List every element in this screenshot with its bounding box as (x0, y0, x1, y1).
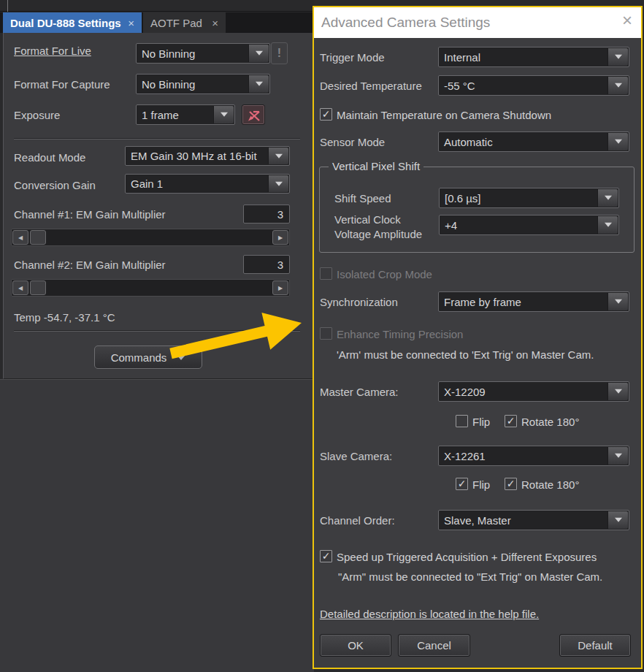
readout-mode-label: Readout Mode (14, 151, 85, 164)
slider-thumb[interactable] (30, 230, 46, 245)
background-area (0, 379, 314, 672)
dropdown-value: EM Gain 30 MHz at 16-bit (131, 147, 257, 165)
screen: Dual DU-888 Settings × AOTF Pad × Format… (0, 0, 644, 672)
commands-button-label: Commands (111, 351, 167, 364)
check-icon: ✓ (507, 478, 515, 489)
dropdown-value: No Binning (142, 44, 195, 63)
chevron-down-icon (615, 55, 622, 63)
help-file-link[interactable]: Detailed description is located in the h… (320, 608, 539, 620)
tab-bar: Dual DU-888 Settings × AOTF Pad × (0, 12, 314, 33)
dropdown-value: Automatic (444, 132, 493, 151)
channel2-em-gain-label: Channel #2: EM Gain Multiplier (14, 259, 166, 271)
channel2-em-gain-slider[interactable]: ◀ ▶ (11, 279, 290, 297)
chevron-down-icon (615, 299, 622, 308)
tab-label: AOTF Pad (150, 17, 207, 29)
channel1-em-gain-label: Channel #1: EM Gain Multiplier (14, 208, 166, 221)
vertical-clock-voltage-label: Vertical Clock Voltage Amplitude (334, 213, 437, 242)
maintain-temperature-checkbox[interactable]: ✓ (320, 108, 332, 121)
channel1-em-gain-value[interactable]: 3 (243, 205, 290, 224)
arm-connection-note-2: "Arm" must be connected to "Ext Trig" on… (338, 570, 602, 583)
close-icon[interactable]: × (128, 18, 134, 28)
dropdown-button[interactable] (597, 216, 618, 234)
dropdown-button[interactable] (607, 511, 628, 529)
slave-flip-checkbox[interactable]: ✓ (456, 478, 468, 490)
slider-right-arrow[interactable]: ▶ (272, 280, 288, 295)
format-for-live-dropdown[interactable]: No Binning (136, 43, 270, 64)
trigger-mode-dropdown[interactable]: Internal (438, 47, 629, 67)
dropdown-value: Slave, Master (444, 511, 511, 530)
dropdown-button[interactable] (268, 148, 288, 164)
check-icon: ✓ (322, 109, 331, 119)
slave-rotate-label: Rotate 180° (521, 478, 579, 491)
close-icon[interactable]: × (212, 18, 218, 28)
shift-speed-label: Shift Speed (334, 192, 391, 205)
default-button-label: Default (578, 639, 613, 652)
dropdown-button[interactable] (607, 77, 628, 94)
format-for-live-label: Format For Live (14, 45, 91, 57)
slider-left-arrow[interactable]: ◀ (12, 230, 28, 245)
close-icon[interactable]: × (622, 12, 632, 29)
red-crossed-arrow-icon (246, 107, 261, 122)
dropdown-button[interactable] (597, 189, 618, 207)
cancel-button[interactable]: Cancel (398, 634, 470, 657)
dialog-body: Trigger Mode Internal Desired Temperatur… (314, 38, 641, 668)
master-rotate-checkbox[interactable]: ✓ (505, 415, 517, 427)
dialog-title-bar[interactable]: Advanced Camera Settings × (314, 7, 641, 38)
check-icon: ✓ (322, 551, 331, 561)
slider-right-arrow[interactable]: ▶ (272, 230, 288, 245)
slave-flip-label: Flip (472, 478, 490, 491)
separator (14, 138, 300, 140)
annotation-arrow (164, 307, 307, 365)
dropdown-button[interactable] (213, 106, 234, 123)
maintain-temperature-label: Maintain Temperature on Camera Shutdown (337, 109, 551, 121)
speedup-triggered-checkbox[interactable]: ✓ (320, 550, 332, 562)
default-button[interactable]: Default (559, 634, 631, 657)
dropdown-button[interactable] (607, 293, 628, 310)
conversion-gain-dropdown[interactable]: Gain 1 (125, 174, 290, 194)
shift-speed-dropdown[interactable]: [0.6 µs] (439, 188, 619, 208)
channel1-em-gain-slider[interactable]: ◀ ▶ (11, 229, 290, 246)
dropdown-button[interactable] (607, 383, 628, 400)
dropdown-button[interactable] (607, 447, 628, 465)
tab-dual-du888-settings[interactable]: Dual DU-888 Settings × (3, 12, 142, 33)
readout-mode-dropdown[interactable]: EM Gain 30 MHz at 16-bit (125, 146, 290, 166)
tab-aotf-pad[interactable]: AOTF Pad × (143, 12, 226, 33)
dropdown-value: [0.6 µs] (445, 188, 481, 207)
warning-button[interactable]: ! (271, 42, 288, 64)
dropdown-button[interactable] (607, 133, 628, 150)
master-camera-label: Master Camera: (320, 386, 399, 398)
dropdown-button[interactable] (607, 48, 628, 66)
desired-temperature-dropdown[interactable]: -55 °C (438, 75, 629, 96)
dropdown-button[interactable] (248, 45, 269, 62)
channel-order-dropdown[interactable]: Slave, Master (438, 510, 629, 530)
cancel-exposure-button[interactable] (242, 104, 265, 125)
channel2-em-gain-value[interactable]: 3 (243, 255, 290, 274)
dropdown-button[interactable] (268, 175, 288, 192)
exclamation-icon: ! (277, 47, 281, 60)
ok-button[interactable]: OK (320, 634, 391, 657)
master-camera-dropdown[interactable]: X-12209 (438, 381, 629, 402)
chevron-down-icon (275, 181, 283, 189)
chevron-down-icon (256, 51, 263, 59)
chevron-down-icon (221, 112, 228, 121)
slider-thumb[interactable] (30, 280, 46, 295)
slave-rotate-checkbox[interactable]: ✓ (505, 478, 517, 490)
slave-camera-label: Slave Camera: (320, 450, 392, 462)
dropdown-button[interactable] (248, 75, 269, 93)
synchronization-dropdown[interactable]: Frame by frame (438, 291, 629, 312)
check-icon: ✓ (458, 478, 467, 489)
dropdown-value: No Binning (142, 75, 195, 93)
dropdown-value: X-12261 (444, 446, 486, 465)
dropdown-value: X-12209 (444, 382, 486, 401)
enhance-timing-precision-label: Enhance Timing Precision (337, 328, 463, 340)
vertical-pixel-shift-group: Vertical Pixel Shift Shift Speed [0.6 µs… (319, 167, 635, 253)
isolated-crop-mode-label: Isolated Crop Mode (337, 268, 432, 280)
exposure-dropdown[interactable]: 1 frame (136, 104, 235, 125)
master-flip-label: Flip (472, 416, 490, 428)
slider-left-arrow[interactable]: ◀ (12, 280, 28, 295)
slave-camera-dropdown[interactable]: X-12261 (438, 446, 629, 466)
format-for-capture-dropdown[interactable]: No Binning (136, 74, 270, 94)
master-flip-checkbox[interactable] (456, 415, 468, 427)
vertical-clock-voltage-dropdown[interactable]: +4 (439, 215, 619, 235)
sensor-mode-dropdown[interactable]: Automatic (438, 131, 629, 152)
